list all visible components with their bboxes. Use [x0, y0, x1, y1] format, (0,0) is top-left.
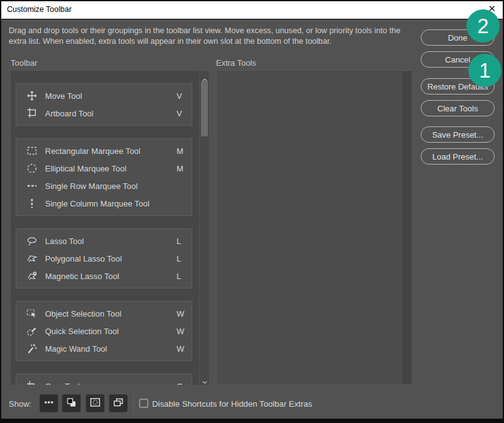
- title-bar: Customize Toolbar ✕: [0, 0, 504, 19]
- tool-name: Elliptical Marquee Tool: [45, 164, 177, 173]
- tool-shortcut: M: [177, 164, 183, 173]
- magnetic-lasso-tool-icon: [26, 270, 38, 282]
- tool-group-lasso: Lasso Tool L Polygonal Lasso Tool L Magn…: [16, 228, 192, 288]
- polygonal-lasso-tool-icon: [26, 253, 38, 264]
- tool-shortcut: W: [177, 327, 183, 336]
- quick-selection-tool-icon: [26, 325, 38, 337]
- tool-shortcut: V: [177, 109, 183, 118]
- tool-row-magic-wand[interactable]: Magic Wand Tool W: [16, 340, 192, 357]
- toolbar-section-label: Toolbar: [11, 58, 38, 68]
- disable-shortcuts-label: Disable Shortcuts for Hidden Toolbar Ext…: [152, 399, 312, 409]
- tool-row-quick-selection[interactable]: Quick Selection Tool W: [16, 322, 192, 340]
- tool-group-selection: Object Selection Tool W Quick Selection …: [16, 301, 192, 361]
- tool-row-magnetic-lasso[interactable]: Magnetic Lasso Tool L: [16, 267, 192, 285]
- extra-tools-scrollbar-track: [403, 71, 411, 384]
- crop-tool-icon: [26, 380, 38, 385]
- tool-name: Single Column Marquee Tool: [45, 199, 177, 208]
- tool-name: Magnetic Lasso Tool: [45, 272, 177, 281]
- rectangular-marquee-tool-icon: [26, 145, 38, 156]
- tool-row-object-selection[interactable]: Object Selection Tool W: [16, 305, 192, 322]
- step-badge-1: 1: [468, 54, 501, 87]
- scrollbar-thumb[interactable]: [201, 81, 208, 136]
- load-preset-button[interactable]: Load Preset...: [421, 148, 495, 165]
- tool-name: Magic Wand Tool: [45, 344, 177, 354]
- tool-shortcut: W: [177, 309, 183, 319]
- tool-name: Quick Selection Tool: [45, 327, 177, 336]
- single-row-marquee-tool-icon: [26, 180, 38, 191]
- tool-group-crop-partial: Crop Tool C: [16, 374, 192, 385]
- tool-row-artboard[interactable]: Artboard Tool V: [16, 104, 192, 122]
- tool-name: Crop Tool: [45, 382, 177, 386]
- tool-name: Object Selection Tool: [45, 309, 177, 319]
- tool-row-rectangular-marquee[interactable]: Rectangular Marquee Tool M: [16, 142, 192, 160]
- tool-name: Rectangular Marquee Tool: [45, 146, 177, 156]
- elliptical-marquee-tool-icon: [26, 163, 38, 174]
- tool-shortcut: L: [177, 237, 183, 246]
- foreground-background-colors-icon: [65, 396, 78, 411]
- tool-row-single-row-marquee[interactable]: Single Row Marquee Tool: [16, 177, 192, 195]
- object-selection-tool-icon: [26, 308, 38, 319]
- tool-shortcut: W: [177, 344, 183, 354]
- show-quick-mask-button[interactable]: [86, 394, 105, 412]
- show-label: Show:: [9, 399, 31, 409]
- tool-row-crop[interactable]: Crop Tool C: [16, 377, 192, 385]
- show-screen-mode-button[interactable]: [109, 394, 128, 412]
- screen-mode-icon: [112, 396, 125, 411]
- tool-row-lasso[interactable]: Lasso Tool L: [16, 232, 192, 250]
- footer-divider: [133, 392, 134, 415]
- tool-shortcut: L: [177, 254, 183, 263]
- toolbar-scrollbar[interactable]: [199, 71, 209, 385]
- tool-row-move[interactable]: Move Tool V: [16, 87, 192, 104]
- ellipsis-icon: [43, 396, 55, 411]
- tool-group-move: Move Tool V Artboard Tool V: [16, 83, 192, 126]
- scroll-up-icon[interactable]: [202, 74, 208, 79]
- extra-tools-section-label: Extra Tools: [216, 58, 256, 68]
- disable-shortcuts-checkbox[interactable]: [139, 399, 148, 408]
- quick-mask-mode-icon: [89, 396, 101, 411]
- tool-row-elliptical-marquee[interactable]: Elliptical Marquee Tool M: [16, 160, 192, 177]
- lasso-tool-icon: [26, 235, 38, 247]
- dialog-description: Drag and drop tools or their groupings i…: [9, 26, 413, 47]
- tool-group-list: Move Tool V Artboard Tool V Rectangular …: [16, 83, 192, 385]
- tool-group-marquee: Rectangular Marquee Tool M Elliptical Ma…: [16, 138, 192, 216]
- tool-name: Move Tool: [45, 91, 177, 101]
- tool-name: Polygonal Lasso Tool: [45, 254, 177, 263]
- single-column-marquee-tool-icon: [26, 198, 38, 209]
- show-color-swatches-button[interactable]: [62, 394, 81, 412]
- tool-shortcut: L: [177, 272, 183, 281]
- show-extras-button[interactable]: [39, 394, 58, 412]
- step-badge-2: 2: [466, 9, 500, 43]
- artboard-tool-icon: [26, 108, 38, 119]
- tool-shortcut: M: [177, 146, 183, 156]
- tool-row-polygonal-lasso[interactable]: Polygonal Lasso Tool L: [16, 250, 192, 267]
- tool-shortcut: C: [177, 382, 183, 386]
- window-title: Customize Toolbar: [7, 5, 71, 14]
- tool-shortcut: V: [177, 91, 183, 101]
- save-preset-button[interactable]: Save Preset...: [421, 126, 495, 143]
- tool-row-single-column-marquee[interactable]: Single Column Marquee Tool: [16, 195, 192, 212]
- tool-name: Single Row Marquee Tool: [45, 181, 177, 191]
- move-tool-icon: [26, 90, 38, 101]
- extra-tools-panel[interactable]: [216, 70, 413, 385]
- tool-name: Artboard Tool: [45, 109, 177, 118]
- magic-wand-tool-icon: [26, 343, 38, 354]
- tool-name: Lasso Tool: [45, 237, 177, 246]
- clear-tools-button[interactable]: Clear Tools: [421, 100, 495, 116]
- scroll-down-icon[interactable]: [202, 376, 208, 381]
- toolbar-list-panel: Move Tool V Artboard Tool V Rectangular …: [10, 70, 210, 385]
